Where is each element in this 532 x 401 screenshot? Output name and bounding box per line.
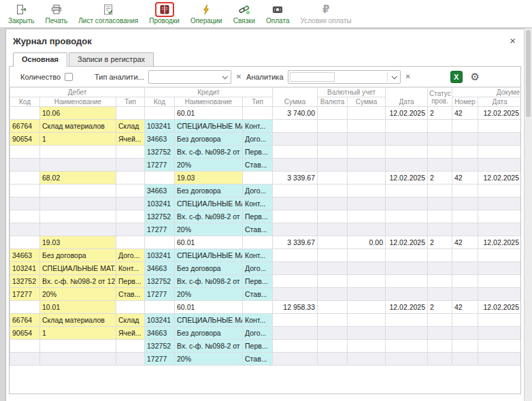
cell-dt-name[interactable]	[40, 197, 116, 210]
cell-currency-sum[interactable]	[348, 146, 386, 159]
cell-status[interactable]: 2	[428, 301, 452, 314]
cell-status[interactable]	[428, 120, 452, 133]
cell-kt-type[interactable]: Дого...	[243, 133, 273, 146]
cell-currency-sum[interactable]	[348, 172, 386, 185]
cell-sum[interactable]	[273, 353, 318, 366]
cell-dt-code[interactable]	[10, 210, 40, 223]
cell-currency[interactable]	[318, 159, 348, 172]
cell-sum[interactable]: 3 339.67	[273, 236, 318, 249]
cell-date[interactable]	[386, 185, 428, 197]
cell-dt-type[interactable]: Став...	[116, 288, 145, 301]
cell-currency-sum[interactable]	[348, 262, 386, 275]
cell-doc-number[interactable]	[452, 340, 478, 353]
cell-kt-type[interactable]: Став...	[243, 159, 273, 172]
cell-status[interactable]: 2	[428, 236, 452, 249]
cell-date[interactable]	[386, 262, 428, 275]
vertical-scrollbar-thumb[interactable]	[526, 30, 531, 117]
cell-doc-number[interactable]	[452, 223, 478, 236]
cell-kt-type[interactable]: Дого...	[243, 185, 273, 197]
cell-dt-name[interactable]: 1	[40, 133, 116, 146]
vertical-scrollbar[interactable]	[524, 29, 532, 401]
cell-doc-number[interactable]	[452, 353, 478, 366]
cell-sum[interactable]	[273, 288, 318, 301]
cell-doc-number[interactable]	[452, 210, 478, 223]
cell-date[interactable]	[386, 340, 428, 353]
cell-date[interactable]	[386, 327, 428, 340]
cell-date[interactable]: 12.02.2025	[386, 172, 428, 185]
cell-currency[interactable]	[318, 314, 348, 327]
cell-sum[interactable]	[273, 159, 318, 172]
cell-date[interactable]	[386, 288, 428, 301]
cell-sum[interactable]: 3 339.67	[273, 172, 318, 185]
close-icon[interactable]: ×	[507, 36, 518, 46]
clear-analytics-type-icon[interactable]: ✕	[235, 73, 242, 80]
cell-sum[interactable]	[273, 146, 318, 159]
cell-date[interactable]	[386, 249, 428, 262]
toolbar-button-approval-sheet[interactable]: Лист согласования	[74, 1, 142, 26]
cell-doc-number[interactable]	[452, 133, 478, 146]
cell-currency-sum[interactable]: 0.00	[348, 236, 386, 249]
cell-doc-date[interactable]	[478, 249, 520, 262]
cell-dt-code[interactable]	[10, 353, 40, 366]
cell-dt-name[interactable]: Склад материалов	[40, 120, 116, 133]
cell-sum[interactable]: 3 740.00	[273, 107, 318, 120]
cell-dt-name[interactable]	[40, 340, 116, 353]
cell-currency-sum[interactable]	[348, 210, 386, 223]
cell-kt-name[interactable]: Без договора	[175, 185, 243, 197]
cell-dt-account[interactable]: 19.03	[40, 236, 116, 249]
cell-dt-name[interactable]: Без договора	[40, 249, 116, 262]
cell-kt-name[interactable]: СПЕЦИАЛЬНЫЕ МАТ...	[175, 120, 243, 133]
toolbar-button-close[interactable]: Закрыть	[4, 1, 39, 26]
cell-kt-type[interactable]: Дого...	[243, 327, 273, 340]
cell-dt-code[interactable]	[10, 340, 40, 353]
cell-currency[interactable]	[318, 107, 348, 120]
cell-dt-name[interactable]: 1	[40, 327, 116, 340]
cell-kt-code[interactable]	[145, 172, 175, 185]
analytics-type-combo[interactable]	[148, 70, 231, 84]
cell-status[interactable]	[428, 159, 452, 172]
cell-kt-code[interactable]: 132752	[145, 340, 175, 353]
cell-kt-name[interactable]: 20%	[175, 288, 243, 301]
cell-doc-date[interactable]	[478, 146, 520, 159]
cell-kt-code[interactable]: 34663	[145, 262, 175, 275]
cell-doc-number[interactable]: 42	[452, 236, 478, 249]
cell-kt-type[interactable]: Перв...	[243, 275, 273, 288]
cell-dt-type[interactable]: Склад	[116, 120, 145, 133]
cell-status[interactable]	[428, 327, 452, 340]
cell-status[interactable]	[428, 340, 452, 353]
settings-gear-icon[interactable]: ⚙	[471, 71, 480, 83]
cell-currency-sum[interactable]	[348, 275, 386, 288]
cell-dt-type[interactable]	[116, 340, 145, 353]
cell-doc-date[interactable]	[478, 223, 520, 236]
cell-dt-code[interactable]: 90654	[10, 133, 40, 146]
cell-currency[interactable]	[318, 288, 348, 301]
cell-dt-code[interactable]	[10, 185, 40, 197]
cell-kt-name[interactable]: Вх. с-ф. №098-2 от 12...	[175, 275, 243, 288]
cell-kt-code[interactable]: 17277	[145, 288, 175, 301]
cell-kt-account[interactable]: 60.01	[175, 236, 243, 249]
cell-date[interactable]	[386, 146, 428, 159]
cell-doc-number[interactable]	[452, 288, 478, 301]
cell-doc-date[interactable]	[478, 159, 520, 172]
toolbar-button-payment[interactable]: Оплата	[262, 1, 293, 26]
cell-status[interactable]	[428, 185, 452, 197]
cell-status[interactable]	[428, 262, 452, 275]
cell-status[interactable]	[428, 275, 452, 288]
cell-currency-sum[interactable]	[348, 159, 386, 172]
cell-sum[interactable]	[273, 327, 318, 340]
cell-kt-name[interactable]: 20%	[175, 159, 243, 172]
cell-doc-date[interactable]	[478, 288, 520, 301]
toolbar-button-postings[interactable]: Проводки	[145, 1, 184, 26]
cell-kt-code[interactable]: 34663	[145, 327, 175, 340]
cell-kt-code[interactable]: 103241	[145, 314, 175, 327]
cell-dt-code[interactable]	[10, 146, 40, 159]
cell-date[interactable]	[386, 133, 428, 146]
cell-currency[interactable]	[318, 236, 348, 249]
cell-doc-number[interactable]	[452, 197, 478, 210]
cell-status[interactable]	[428, 146, 452, 159]
toolbar-button-operations[interactable]: Операции	[186, 1, 227, 26]
cell-doc-number[interactable]	[452, 120, 478, 133]
cell-date[interactable]	[386, 275, 428, 288]
toolbar-button-links[interactable]: Связки	[229, 1, 259, 26]
cell-kt-account[interactable]: 60.01	[175, 107, 243, 120]
